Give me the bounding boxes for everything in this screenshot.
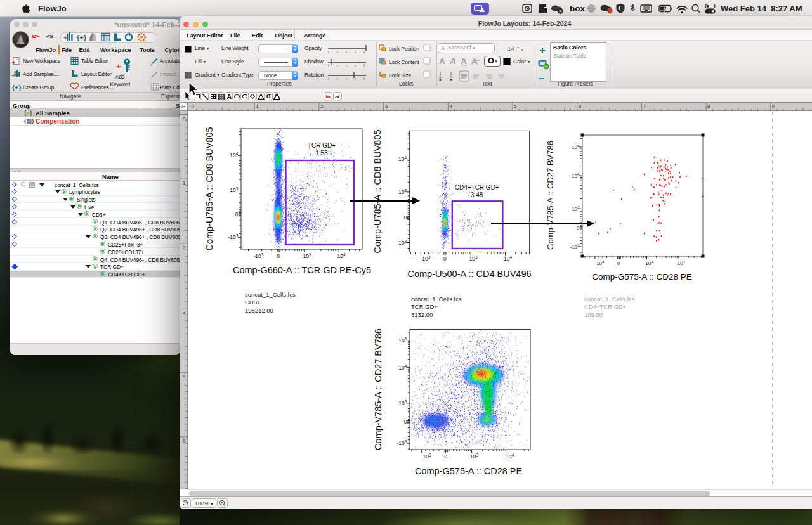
svg-text:5: 5 (183, 438, 186, 444)
svg-text:104: 104 (572, 172, 580, 179)
svg-text:103: 103 (469, 255, 478, 262)
svg-text:A: A (461, 56, 467, 66)
svg-text:105: 105 (572, 143, 580, 150)
svg-text:105: 105 (398, 337, 407, 344)
svg-text:103: 103 (230, 186, 238, 193)
svg-text:6: 6 (579, 103, 582, 109)
svg-text:Comp-G575-A :: CD28 PE: Comp-G575-A :: CD28 PE (592, 272, 692, 282)
svg-text:104: 104 (504, 255, 512, 262)
svg-text:0: 0 (404, 418, 407, 425)
svg-text:Add Samples....: Add Samples.... (23, 71, 59, 77)
svg-text:Comp-U785-A :: CD8 BUV805: Comp-U785-A :: CD8 BUV805 (204, 127, 214, 250)
svg-text:TCR GD+: TCR GD+ (308, 142, 336, 149)
svg-text:103: 103 (303, 252, 311, 259)
svg-text:1.58: 1.58 (315, 150, 328, 157)
svg-text:Lock Size: Lock Size (389, 72, 412, 79)
svg-text:Comp-U500-A :: CD4 BUV496: Comp-U500-A :: CD4 BUV496 (407, 269, 531, 279)
svg-text:Comp-G575-A :: CD28 PE: Comp-G575-A :: CD28 PE (415, 466, 523, 476)
svg-text:A: A (439, 56, 445, 66)
svg-text:{+}: {+} (77, 34, 87, 41)
svg-text:104: 104 (230, 152, 238, 159)
svg-text:4: 4 (183, 373, 186, 379)
svg-text:0: 0 (277, 253, 280, 259)
svg-text:-103: -103 (570, 243, 580, 250)
svg-text:concat_1_Cells.fcs: concat_1_Cells.fcs (584, 295, 635, 302)
svg-text:1: 1 (183, 180, 186, 186)
svg-text:concat_1_Cells.fcs: concat_1_Cells.fcs (411, 295, 462, 302)
svg-text:Layout Editor: Layout Editor (81, 71, 112, 77)
svg-text:0: 0 (444, 453, 447, 460)
svg-text:-103: -103 (594, 259, 605, 266)
svg-text:-103: -103 (420, 255, 430, 262)
svg-text:0: 0 (235, 211, 239, 217)
svg-text:Keyword: Keyword (110, 81, 130, 88)
svg-text:103: 103 (470, 453, 478, 460)
svg-text:-103: -103 (421, 453, 431, 460)
svg-text:0: 0 (617, 261, 620, 266)
svg-text:109.00: 109.00 (584, 311, 603, 318)
svg-text:0: 0 (183, 116, 186, 122)
svg-text:Comp-U785-A :: CD8 BUV805: Comp-U785-A :: CD8 BUV805 (372, 129, 383, 253)
svg-text:Comp-G660-A :: TCR GD PE-Cy5: Comp-G660-A :: TCR GD PE-Cy5 (233, 265, 371, 275)
svg-text:-103: -103 (396, 239, 407, 246)
svg-text:CD4+TCR GD+: CD4+TCR GD+ (455, 184, 499, 191)
svg-text:104: 104 (337, 252, 346, 259)
svg-text:3: 3 (385, 103, 388, 109)
svg-text:box: box (570, 4, 585, 13)
svg-text:New Workspace: New Workspace (23, 58, 61, 64)
svg-text:Lock Content: Lock Content (389, 59, 420, 65)
svg-text:Table Editor: Table Editor (81, 58, 108, 64)
svg-text:CD3+: CD3+ (245, 299, 261, 306)
svg-text:0: 0 (443, 256, 447, 262)
svg-text:Plate Edit: Plate Edit (160, 84, 180, 91)
svg-text:100% ▾: 100% ▾ (195, 500, 213, 507)
svg-text:A: A (471, 56, 478, 66)
svg-text:+: + (116, 62, 121, 71)
svg-text:3: 3 (183, 309, 186, 315)
svg-text:1: 1 (256, 103, 259, 109)
svg-text:-103: -103 (254, 252, 264, 259)
svg-text:198212.00: 198212.00 (245, 307, 273, 314)
svg-text:-103: -103 (397, 439, 407, 446)
svg-text:3132.00: 3132.00 (411, 311, 433, 318)
svg-text:Comp-V785-A :: CD27 BV786: Comp-V785-A :: CD27 BV786 (546, 141, 555, 250)
svg-text:103: 103 (398, 399, 407, 406)
svg-text:104: 104 (398, 364, 407, 371)
svg-text:{+}: {+} (12, 84, 21, 91)
svg-text:2: 2 (183, 245, 186, 250)
svg-text:CD4+TCR GD+: CD4+TCR GD+ (584, 303, 627, 310)
svg-text:A: A (449, 56, 456, 66)
svg-text:0: 0 (403, 214, 407, 221)
svg-text:+: + (11, 73, 15, 79)
svg-text:Add: Add (115, 74, 125, 80)
svg-text:Preferences...: Preferences... (81, 84, 113, 91)
svg-text:104: 104 (506, 453, 514, 460)
svg-text:104: 104 (398, 155, 407, 162)
svg-text:Inspect...: Inspect... (160, 71, 180, 77)
svg-text:103: 103 (572, 205, 580, 212)
svg-text:-103: -103 (228, 233, 239, 240)
svg-text:0: 0 (577, 225, 580, 231)
svg-text:+: + (12, 60, 15, 66)
svg-text:104: 104 (678, 259, 686, 266)
svg-text:2: 2 (320, 103, 324, 109)
svg-text:Create Group...: Create Group... (23, 84, 58, 91)
svg-text:3.48: 3.48 (471, 191, 483, 198)
svg-text:Comp-V785-A :: CD27 BV786: Comp-V785-A :: CD27 BV786 (373, 328, 383, 450)
svg-text:0: 0 (192, 103, 195, 109)
svg-text:103: 103 (645, 259, 653, 266)
svg-text:Lock Position: Lock Position (389, 46, 419, 52)
svg-text:8: 8 (707, 103, 710, 109)
svg-text:5: 5 (514, 103, 517, 109)
svg-text:7: 7 (643, 103, 646, 109)
svg-text:4: 4 (449, 103, 452, 109)
svg-text:concat_1_Cells.fcs: concat_1_Cells.fcs (245, 291, 296, 298)
svg-text:Annotate: Annotate (160, 58, 180, 64)
svg-text:103: 103 (398, 188, 407, 195)
svg-text:0: 0 (772, 103, 775, 109)
svg-text:TCR GD+: TCR GD+ (411, 303, 438, 310)
